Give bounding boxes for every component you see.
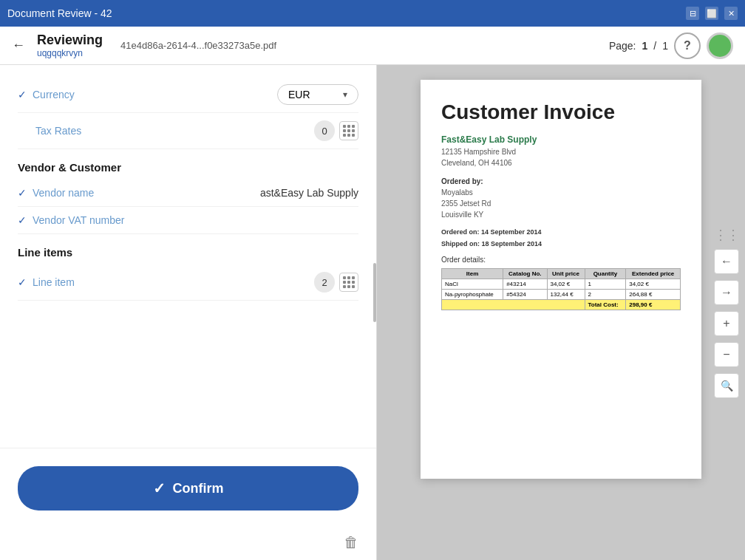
ordered-on-label: Ordered on:: [441, 228, 480, 236]
customer-name: Moyalabs: [441, 188, 473, 197]
currency-value: EUR: [288, 89, 310, 100]
chevron-down-icon: ▾: [343, 89, 347, 100]
reviewing-title: Reviewing: [37, 33, 103, 48]
tax-rates-field-row: Tax Rates 0: [18, 113, 358, 149]
delete-button[interactable]: 🗑: [344, 534, 358, 551]
col-unit-price: Unit price: [547, 269, 585, 279]
row1-item: NaCl: [442, 279, 503, 290]
document-page: Customer Invoice Fast&Easy Lab Supply 12…: [421, 80, 701, 479]
vendor-name-check-icon: ✓: [18, 187, 27, 199]
currency-field-row: ✓ Currency EUR ▾: [18, 77, 358, 113]
customer-addr-line1: 2355 Jetset Rd: [441, 199, 491, 208]
nav-right-button[interactable]: →: [714, 280, 739, 305]
col-quantity: Quantity: [585, 269, 626, 279]
left-panel: ✓ Currency EUR ▾ Tax Rates 0: [0, 65, 377, 560]
page-current: 1: [642, 40, 648, 52]
row1-extended: 34,02 €: [626, 279, 681, 290]
company-name: Fast&Easy Lab Supply: [441, 134, 681, 145]
vendor-vat-field-row: ✓ Vendor VAT number: [18, 207, 358, 234]
filename-label: 41e4d86a-2614-4...f0e33273a5e.pdf: [120, 40, 276, 51]
reviewing-block: Reviewing uqgqqkrvyn: [37, 33, 103, 58]
confirm-check-icon: ✓: [153, 479, 166, 497]
table-row: Na-pyrophosphate #54324 132,44 € 2 264,8…: [442, 290, 681, 300]
line-item-badge-group: 2: [314, 272, 358, 293]
window-controls: ⊟ ⬜ ✕: [686, 7, 738, 20]
action-area: ✓ Confirm 🗑: [0, 448, 376, 560]
row1-catalog: #43214: [503, 279, 547, 290]
title-bar: Document Review - 42 ⊟ ⬜ ✕: [0, 0, 745, 27]
ordered-on-value: 14 September 2014: [481, 228, 542, 236]
order-details-label: Order details:: [441, 256, 681, 264]
scrollbar-handle[interactable]: [373, 263, 376, 322]
line-item-field-row: ✓ Line item 2: [18, 264, 358, 301]
help-button[interactable]: ?: [674, 33, 701, 59]
status-indicator: [707, 33, 733, 59]
line-item-count-badge: 2: [314, 272, 335, 293]
row2-unit-price: 132,44 €: [547, 290, 585, 300]
row1-unit-price: 34,02 €: [547, 279, 585, 290]
invoice-title: Customer Invoice: [441, 100, 681, 124]
minimize-button[interactable]: ⊟: [686, 7, 699, 20]
search-doc-button[interactable]: 🔍: [714, 373, 739, 398]
close-button[interactable]: ✕: [724, 7, 738, 20]
search-icon: 🔍: [721, 380, 733, 392]
tax-rates-grid-icon[interactable]: [339, 121, 358, 140]
customer-addr-line2: Louisville KY: [441, 211, 483, 219]
tax-rates-count-badge: 0: [314, 120, 335, 141]
restore-button[interactable]: ⬜: [705, 7, 718, 20]
page-separator: /: [653, 40, 656, 52]
nav-left-button[interactable]: ←: [714, 249, 739, 274]
confirm-area: ✓ Confirm: [0, 448, 376, 528]
delete-area: 🗑: [0, 528, 376, 560]
shipped-on-label: Shipped on:: [441, 240, 480, 247]
row2-extended: 264,88 €: [626, 290, 681, 300]
right-toolbar: ⋮⋮ ← → + − 🔍: [714, 227, 739, 398]
col-item: Item: [442, 269, 503, 279]
header-row: ← Reviewing uqgqqkrvyn 41e4d86a-2614-4..…: [0, 27, 745, 65]
row2-catalog: #54324: [503, 290, 547, 300]
page-info: Page: 1 / 1 ?: [609, 33, 733, 59]
window-title: Document Review - 42: [7, 7, 112, 19]
confirm-button[interactable]: ✓ Confirm: [18, 466, 358, 511]
tax-rates-badge-group: 0: [314, 120, 358, 141]
main-layout: ✓ Currency EUR ▾ Tax Rates 0: [0, 65, 745, 560]
vendor-vat-label: Vendor VAT number: [33, 214, 358, 226]
vendor-name-value: ast&Easy Lab Supply: [260, 187, 358, 199]
reviewing-subtitle: uqgqqkrvyn: [37, 48, 103, 58]
zoom-out-button[interactable]: −: [714, 342, 739, 367]
company-addr-line1: 12135 Hampshire Blvd: [441, 148, 516, 156]
line-item-check-icon: ✓: [18, 276, 27, 288]
row2-quantity: 2: [585, 290, 626, 300]
shipped-on-value: 18 September 2014: [482, 240, 542, 247]
currency-select[interactable]: EUR ▾: [277, 84, 358, 105]
company-address: 12135 Hampshire Blvd Cleveland, OH 44106: [441, 146, 681, 168]
total-row: Total Cost: 298,90 €: [442, 300, 681, 310]
vendor-vat-check-icon: ✓: [18, 214, 27, 226]
customer-address: Moyalabs 2355 Jetset Rd Louisville KY: [441, 187, 681, 220]
drag-handle-icon: ⋮⋮: [714, 227, 739, 243]
currency-check-icon: ✓: [18, 89, 27, 100]
row1-quantity: 1: [585, 279, 626, 290]
line-item-grid-icon[interactable]: [339, 273, 358, 292]
back-button[interactable]: ←: [12, 38, 25, 53]
total-label: Total Cost:: [585, 300, 626, 310]
vendor-section-title: Vendor & Customer: [18, 149, 358, 180]
ordered-by-label: Ordered by:: [441, 177, 681, 185]
row2-item: Na-pyrophosphate: [442, 290, 503, 300]
total-value: 298,90 €: [626, 300, 681, 310]
trash-icon: 🗑: [344, 534, 358, 550]
currency-label: Currency: [33, 89, 277, 100]
vendor-name-label: Vendor name: [33, 187, 260, 199]
col-catalog: Catalog No.: [503, 269, 547, 279]
tax-rates-label: Tax Rates: [35, 125, 314, 137]
company-addr-line2: Cleveland, OH 44106: [441, 159, 512, 167]
zoom-in-button[interactable]: +: [714, 311, 739, 336]
page-total: 1: [662, 40, 668, 52]
right-panel: Customer Invoice Fast&Easy Lab Supply 12…: [377, 65, 745, 560]
line-item-label: Line item: [33, 276, 314, 288]
order-meta: Ordered on: 14 September 2014 Shipped on…: [441, 226, 681, 250]
vendor-name-field-row: ✓ Vendor name ast&Easy Lab Supply: [18, 180, 358, 207]
confirm-label: Confirm: [173, 481, 224, 496]
total-label-cell: [442, 300, 585, 310]
invoice-table: Item Catalog No. Unit price Quantity Ext…: [441, 268, 681, 310]
